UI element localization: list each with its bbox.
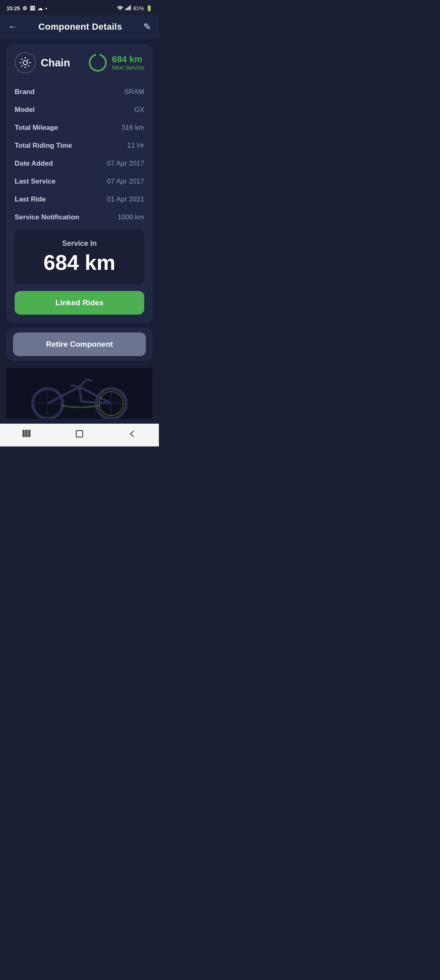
wifi-icon	[117, 5, 123, 11]
dot-icon: •	[45, 5, 47, 11]
svg-rect-27	[76, 431, 83, 437]
status-time: 15:25	[7, 5, 20, 11]
linked-rides-button[interactable]: Linked Rides	[15, 291, 144, 315]
detail-label-date-added: Date Added	[15, 160, 53, 168]
back-button[interactable]: ←	[8, 22, 17, 32]
battery-icon: 🔋	[146, 5, 152, 11]
svg-rect-2	[127, 7, 128, 10]
detail-row-last-service: Last Service 07 Apr 2017	[15, 173, 144, 190]
detail-rows: Brand SRAM Model GX Total Mileage 316 km…	[15, 83, 144, 226]
service-in-box: Service In 684 km	[15, 230, 144, 284]
battery-text: 81%	[133, 5, 144, 11]
component-card: Chain 684 km Next Service Brand SRAM	[7, 44, 152, 323]
detail-value-riding-time: 11 Hr	[127, 142, 144, 150]
svg-rect-25	[25, 430, 28, 437]
bike-silhouette	[7, 366, 152, 419]
detail-label-model: Model	[15, 106, 35, 114]
detail-label-mileage: Total Mileage	[15, 124, 58, 132]
nav-back-icon[interactable]	[128, 429, 137, 438]
main-content: Chain 684 km Next Service Brand SRAM	[0, 39, 159, 424]
next-service-info: 684 km Next Service	[112, 55, 144, 71]
svg-rect-4	[130, 5, 131, 10]
bike-image-area	[7, 366, 152, 419]
component-icon-title: Chain	[15, 52, 70, 73]
signal-icon	[125, 5, 131, 11]
edit-button[interactable]: ✎	[143, 22, 151, 32]
svg-point-0	[119, 9, 121, 10]
image-icon: 🖼	[30, 5, 35, 11]
svg-point-7	[90, 55, 106, 71]
detail-value-mileage: 316 km	[121, 124, 144, 132]
detail-label-service-notification: Service Notification	[15, 213, 79, 221]
page-title: Component Details	[38, 22, 122, 32]
detail-row-brand: Brand SRAM	[15, 83, 144, 101]
settings-icon: ⚙	[22, 5, 27, 11]
svg-point-5	[23, 61, 27, 65]
detail-value-service-notification: 1000 km	[118, 213, 144, 221]
detail-row-riding-time: Total Riding Time 11 Hr	[15, 137, 144, 155]
detail-label-brand: Brand	[15, 88, 35, 96]
detail-row-model: Model GX	[15, 101, 144, 119]
detail-value-model: GX	[134, 106, 144, 114]
detail-row-service-notification: Service Notification 1000 km	[15, 208, 144, 226]
gear-icon-circle	[15, 52, 36, 73]
page-header: ← Component Details ✎	[0, 15, 159, 39]
cloud-icon: ☁	[37, 5, 43, 11]
detail-label-last-ride: Last Ride	[15, 195, 46, 203]
detail-row-date-added: Date Added 07 Apr 2017	[15, 155, 144, 173]
retire-component-button[interactable]: Retire Component	[13, 332, 146, 356]
service-progress-ring	[88, 52, 108, 73]
detail-value-brand: SRAM	[124, 88, 144, 96]
detail-value-date-added: 07 Apr 2017	[107, 160, 144, 168]
component-header: Chain 684 km Next Service	[15, 52, 144, 73]
svg-point-8	[96, 53, 99, 56]
nav-recent-apps-icon[interactable]	[22, 429, 31, 438]
detail-value-last-service: 07 Apr 2017	[107, 177, 144, 186]
svg-rect-26	[28, 430, 31, 437]
svg-rect-24	[22, 430, 25, 437]
detail-value-last-ride: 01 Apr 2021	[107, 195, 144, 203]
component-name: Chain	[41, 57, 70, 69]
nav-bar	[0, 424, 159, 446]
next-service-area: 684 km Next Service	[88, 52, 144, 73]
service-in-km: 684 km	[23, 250, 136, 275]
status-bar: 15:25 ⚙ 🖼 ☁ • 81% 🔋	[0, 0, 159, 15]
retire-card: Retire Component	[7, 328, 152, 361]
detail-label-riding-time: Total Riding Time	[15, 142, 72, 150]
next-service-label: Next Service	[112, 64, 144, 71]
detail-row-last-ride: Last Ride 01 Apr 2021	[15, 190, 144, 208]
gear-icon	[19, 57, 31, 69]
nav-home-icon[interactable]	[75, 429, 84, 438]
svg-rect-3	[128, 7, 130, 10]
service-in-label: Service In	[23, 239, 136, 248]
detail-label-last-service: Last Service	[15, 177, 55, 186]
detail-row-mileage: Total Mileage 316 km	[15, 119, 144, 137]
svg-rect-1	[125, 9, 127, 10]
next-service-km: 684 km	[112, 55, 143, 64]
